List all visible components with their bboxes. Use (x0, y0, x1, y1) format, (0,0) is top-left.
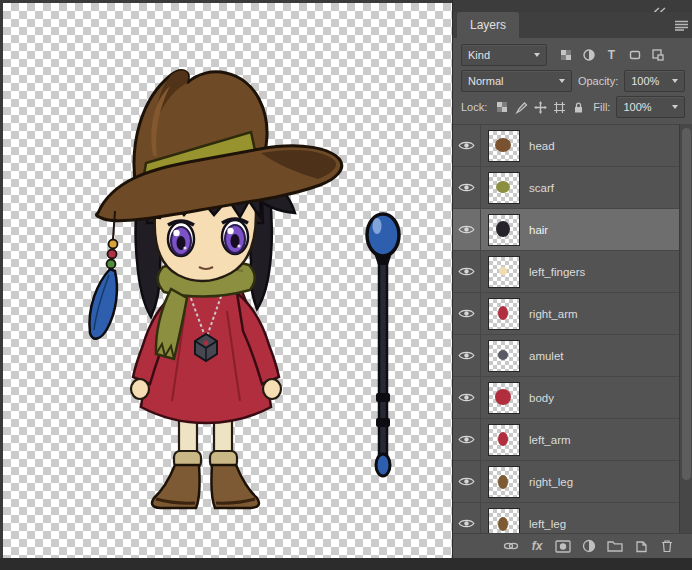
opacity-value: 100% (631, 75, 659, 87)
visibility-toggle[interactable] (453, 167, 481, 208)
chevron-down-icon (559, 79, 565, 83)
new-layer-button[interactable] (631, 537, 651, 555)
hat-ornament-art (89, 211, 117, 339)
link-icon (503, 540, 519, 552)
layer-name[interactable]: left_leg (529, 518, 566, 530)
layer-styles-button[interactable]: fx (527, 537, 547, 555)
tab-layers-label: Layers (470, 18, 506, 32)
new-adjustment-layer-button[interactable] (579, 537, 599, 555)
layer-name[interactable]: hair (529, 224, 548, 236)
layer-name[interactable]: amulet (529, 350, 564, 362)
layer-panel-controls: Kind (453, 38, 692, 125)
filter-adjustment-layers-button[interactable] (578, 46, 599, 65)
blend-mode-select[interactable]: Normal (461, 70, 572, 92)
filter-type-layers-button[interactable]: T (601, 46, 622, 65)
paintbrush-icon (515, 101, 528, 114)
eye-icon (458, 266, 475, 277)
delete-layer-button[interactable] (657, 537, 677, 555)
layer-thumbnail[interactable] (488, 508, 520, 536)
layer-row-amulet[interactable]: amulet (453, 335, 680, 377)
filter-row: Kind (461, 43, 685, 67)
opacity-label: Opacity: (578, 75, 618, 87)
filter-shape-layers-button[interactable] (624, 46, 645, 65)
filter-smart-objects-button[interactable] (647, 46, 668, 65)
eye-icon (458, 308, 475, 319)
smart-objects-icon (651, 48, 665, 62)
link-layers-button[interactable] (501, 537, 521, 555)
layer-thumbnail[interactable] (488, 298, 520, 330)
trash-icon (660, 539, 674, 553)
scrollbar-thumb[interactable] (682, 128, 691, 480)
lock-image-pixels-button[interactable] (512, 98, 530, 117)
lock-artboard-button[interactable] (550, 98, 568, 117)
thumb-art (489, 257, 517, 285)
layer-thumbnail[interactable] (488, 214, 520, 246)
visibility-toggle[interactable] (453, 461, 481, 502)
fill-label: Fill: (593, 101, 610, 113)
layer-thumbnail[interactable] (488, 382, 520, 414)
layer-row-body[interactable]: body (453, 377, 680, 419)
layer-name[interactable]: left_arm (529, 434, 571, 446)
visibility-toggle[interactable] (453, 503, 481, 535)
layer-row-left-fingers[interactable]: left_fingers (453, 251, 680, 293)
panel-top-strip (453, 0, 692, 12)
layer-row-right-arm[interactable]: right_arm (453, 293, 680, 335)
opacity-select[interactable]: 100% (624, 70, 685, 92)
thumb-art (489, 341, 517, 369)
panel-menu-button[interactable] (673, 18, 689, 32)
layer-thumbnail[interactable] (488, 466, 520, 498)
add-layer-mask-button[interactable] (553, 537, 573, 555)
layer-row-right-leg[interactable]: right_leg (453, 461, 680, 503)
shape-layers-icon (628, 48, 642, 62)
layer-thumbnail[interactable] (488, 424, 520, 456)
layer-thumbnail[interactable] (488, 130, 520, 162)
layer-name[interactable]: body (529, 392, 554, 404)
new-group-button[interactable] (605, 537, 625, 555)
layer-row-left-arm[interactable]: left_arm (453, 419, 680, 461)
thumb-art (489, 131, 517, 159)
chevron-down-icon (672, 105, 678, 109)
lock-all-button[interactable] (569, 98, 587, 117)
layer-name[interactable]: head (529, 140, 555, 152)
filter-pixel-layers-button[interactable] (555, 46, 576, 65)
visibility-toggle[interactable] (453, 125, 481, 166)
visibility-toggle[interactable] (453, 335, 481, 376)
canvas[interactable] (3, 3, 452, 558)
kind-filter-select[interactable]: Kind (461, 44, 547, 66)
lock-transparency-icon (496, 101, 508, 113)
layer-name[interactable]: scarf (529, 182, 554, 194)
lock-icon-group (493, 98, 587, 117)
visibility-toggle[interactable] (453, 377, 481, 418)
folder-icon (607, 540, 623, 552)
thumb-art (489, 467, 517, 495)
tab-layers[interactable]: Layers (457, 12, 519, 38)
blend-mode-value: Normal (468, 75, 503, 87)
layer-list-scrollbar[interactable] (679, 124, 692, 534)
visibility-toggle[interactable] (453, 209, 481, 250)
fx-icon: fx (532, 540, 543, 552)
layer-name[interactable]: right_leg (529, 476, 573, 488)
fill-select[interactable]: 100% (616, 96, 685, 118)
kind-filter-value: Kind (468, 49, 490, 61)
layer-row-head[interactable]: head (453, 125, 680, 167)
lock-position-button[interactable] (531, 98, 549, 117)
layer-row-scarf[interactable]: scarf (453, 167, 680, 209)
adjustment-layers-icon (582, 48, 596, 62)
hat-art (96, 71, 341, 221)
lock-transparent-pixels-button[interactable] (493, 98, 511, 117)
layer-thumbnail[interactable] (488, 256, 520, 288)
visibility-toggle[interactable] (453, 419, 481, 460)
layer-row-left-leg[interactable]: left_leg (453, 503, 680, 535)
layer-thumbnail[interactable] (488, 172, 520, 204)
layer-name[interactable]: right_arm (529, 308, 578, 320)
layer-name[interactable]: left_fingers (529, 266, 585, 278)
eye-icon (458, 350, 475, 361)
artboard-frame-icon (553, 101, 566, 114)
pixel-layers-icon (559, 48, 573, 62)
visibility-toggle[interactable] (453, 251, 481, 292)
layer-row-hair[interactable]: hair (453, 209, 680, 251)
type-layers-icon: T (608, 49, 615, 61)
chevron-down-icon (534, 53, 540, 57)
visibility-toggle[interactable] (453, 293, 481, 334)
layer-thumbnail[interactable] (488, 340, 520, 372)
